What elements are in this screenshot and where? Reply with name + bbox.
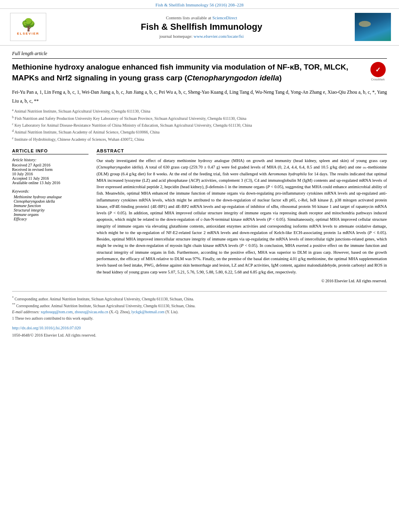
title-text-part1: Methionine hydroxy analogue enhanced fis… <box>12 63 348 82</box>
corresponding-star-2: ** <box>12 303 15 306</box>
revised-label: Received in revised form <box>12 167 88 172</box>
journal-title: Fish & Shellfish Immunology <box>52 22 351 32</box>
received-date: Received 27 April 2016 <box>12 163 88 167</box>
affiliations: a Animal Nutrition Institute, Sichuan Ag… <box>12 108 387 143</box>
keyword-5: Immune organs <box>14 212 88 217</box>
copyright-notice: © 2016 Elsevier Ltd. All rights reserved… <box>97 279 387 283</box>
article-info-heading: ARTICLE INFO <box>12 148 88 154</box>
keywords-label: Keywords: <box>12 189 88 193</box>
email-note-1: (X.-Q. Zhou), <box>109 310 130 314</box>
corresponding-star-1: * <box>12 296 14 300</box>
page-wrapper: Fish & Shellfish Immunology 56 (2016) 20… <box>0 0 399 532</box>
elsevier-logo-area: 🌳 ELSEVIER <box>8 13 48 41</box>
keywords-block: Keywords: Methionine hydroxy analogue Ct… <box>12 189 88 221</box>
revised-date: 10 July 2016 <box>12 172 88 176</box>
keyword-6: Efficacy <box>14 217 88 221</box>
corresponding-text-1: Corresponding author. Animal Nutrition I… <box>14 297 194 301</box>
elsevier-tree-icon: 🌳 <box>21 19 36 31</box>
affil-sup-e: e <box>12 136 14 140</box>
contents-label: Contents lists available at <box>166 15 211 20</box>
email-note-2: (Y. Liu). <box>165 310 178 314</box>
affiliation-e: e Institute of Hydrobiology, Chinese Aca… <box>12 136 387 143</box>
affil-sup-c: c <box>12 122 14 126</box>
article-title: Methionine hydroxy analogue enhanced fis… <box>12 62 365 83</box>
affiliation-b: b Fish Nutrition and Safety Production U… <box>12 115 387 122</box>
two-column-layout: ARTICLE INFO Article history: Received 2… <box>12 148 387 283</box>
article-history-block: Article history: Received 27 April 2016 … <box>12 158 88 185</box>
corresponding-text-2: Corresponding author. Animal Nutrition I… <box>16 304 195 308</box>
available-date: Available online 13 July 2016 <box>12 181 88 185</box>
elsevier-text: ELSEVIER <box>17 32 39 35</box>
authors-line: Fei-Yu Pan a, 1, Lin Feng a, b, c, 1, We… <box>12 88 387 105</box>
elsevier-logo: 🌳 ELSEVIER <box>10 13 46 41</box>
email-line: E-mail addresses: xqzhouqq@tom.com, zhou… <box>12 309 387 315</box>
journal-header-center: Contents lists available at ScienceDirec… <box>52 15 351 39</box>
journal-homepage: journal homepage: www.elsevier.com/locat… <box>52 34 351 39</box>
corresponding-author-1: * Corresponding author. Animal Nutrition… <box>12 296 387 302</box>
issn-line: 1050-4648/© 2016 Elsevier Ltd. All right… <box>12 332 387 339</box>
affiliation-d: d Animal Nutrition Institute, Sichuan Ac… <box>12 129 387 136</box>
email-link-2[interactable]: zhouxq@sicau.edu.cn <box>74 310 108 314</box>
email-link-3[interactable]: lyckgk@hotmail.com <box>132 310 165 314</box>
journal-citation: Fish & Shellfish Immunology 56 (2016) 20… <box>156 2 244 7</box>
contents-available: Contents lists available at ScienceDirec… <box>52 15 351 20</box>
main-content: Full length article Methionine hydroxy a… <box>0 46 399 347</box>
doi-link[interactable]: http://dx.doi.org/10.1016/j.fsi.2016.07.… <box>12 326 81 330</box>
affil-sup-d: d <box>12 129 14 133</box>
journal-url[interactable]: www.elsevier.com/locate/fsi <box>193 34 244 39</box>
article-type: Full length article <box>12 51 387 59</box>
email-link-1[interactable]: xqzhouqq@tom.com <box>41 310 73 314</box>
keyword-4: Structural integrity <box>14 208 88 212</box>
affiliation-c: c Key Laboratory for Animal Disease-Resi… <box>12 122 387 129</box>
crossmark-badge: ✓ CrossMark <box>369 62 387 81</box>
keyword-1: Methionine hydroxy analogue <box>14 195 88 199</box>
crossmark-icon: ✓ <box>370 62 386 77</box>
sciencedirect-link[interactable]: ScienceDirect <box>212 15 237 20</box>
title-text-part2: ) <box>279 74 282 82</box>
journal-cover-image <box>355 13 391 41</box>
authors-text: Fei-Yu Pan a, 1, Lin Feng a, b, c, 1, We… <box>12 89 387 104</box>
accepted-date: Accepted 11 July 2016 <box>12 176 88 181</box>
affiliation-a: a Animal Nutrition Institute, Sichuan Ag… <box>12 108 387 115</box>
email-label: E-mail addresses: <box>12 310 40 314</box>
footer-section: * Corresponding author. Animal Nutrition… <box>12 291 387 339</box>
corresponding-author-2: ** Corresponding author. Animal Nutritio… <box>12 302 387 309</box>
title-row: Methionine hydroxy analogue enhanced fis… <box>12 62 387 83</box>
history-label: Article history: <box>12 158 88 162</box>
abstract-text: Our study investigated the effect of die… <box>97 158 387 275</box>
journal-header: 🌳 ELSEVIER Contents lists available at S… <box>0 9 399 46</box>
keyword-2: Ctenopharyngodon idella <box>14 199 88 203</box>
affil-sup-a: a <box>12 108 14 112</box>
article-info-column: ARTICLE INFO Article history: Received 2… <box>12 148 88 283</box>
footnote-equal-contribution: 1 These two authors contributed to this … <box>12 316 387 322</box>
keyword-3: Immune function <box>14 203 88 208</box>
affil-sup-b: b <box>12 115 14 119</box>
homepage-label: journal homepage: <box>159 34 192 39</box>
doi-line: http://dx.doi.org/10.1016/j.fsi.2016.07.… <box>12 325 387 331</box>
crossmark-label: CrossMark <box>371 78 385 81</box>
abstract-heading: ABSTRACT <box>97 148 387 154</box>
title-italic: Ctenopharyngodon idella <box>187 74 279 82</box>
abstract-column: ABSTRACT Our study investigated the effe… <box>97 148 387 283</box>
journal-citation-bar: Fish & Shellfish Immunology 56 (2016) 20… <box>0 0 399 9</box>
